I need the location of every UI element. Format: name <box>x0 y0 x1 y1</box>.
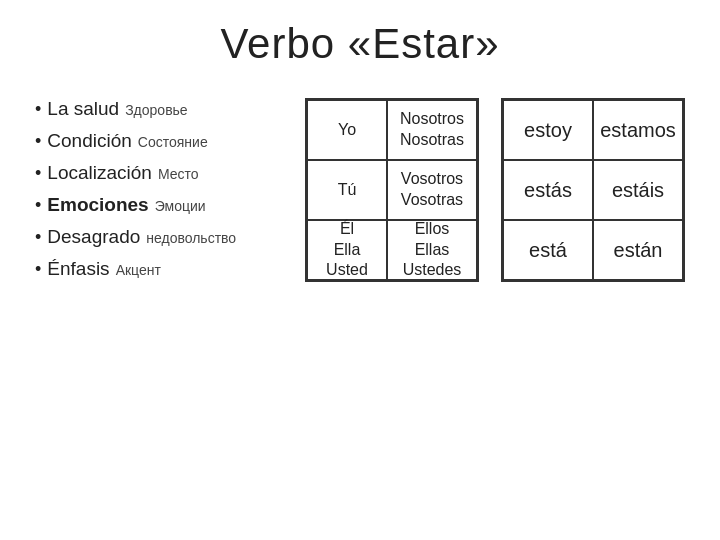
bullet-translation: Место <box>158 166 199 182</box>
bullet-translation: Эмоции <box>155 198 206 214</box>
bullet-translation: Акцент <box>116 262 161 278</box>
grids-wrapper: YoNosotros NosotrasTúVosotros VosotrasÉl… <box>305 98 685 282</box>
conjugation-cell-right: están <box>593 220 683 280</box>
bullet-translation: Здоровье <box>125 102 188 118</box>
content-row: La saludЗдоровьеCondiciónСостояниеLocali… <box>30 98 690 290</box>
list-item: ÉnfasisАкцент <box>35 258 255 280</box>
bullet-word: Énfasis <box>47 258 109 280</box>
bullet-translation: недовольство <box>146 230 236 246</box>
bullet-word: Emociones <box>47 194 148 216</box>
conjugation-cell-right: estamos <box>593 100 683 160</box>
list-item: CondiciónСостояние <box>35 130 255 152</box>
list-item: Desagradoнедовольство <box>35 226 255 248</box>
conjugation-cell-left: estás <box>503 160 593 220</box>
conjugation-cell-left: está <box>503 220 593 280</box>
bullet-word: Localización <box>47 162 152 184</box>
pronoun-cell-right: Vosotros Vosotras <box>387 160 477 220</box>
page-title: Verbo «Estar» <box>220 20 499 68</box>
bullet-word: Desagrado <box>47 226 140 248</box>
list-item: EmocionesЭмоции <box>35 194 255 216</box>
pronoun-cell-left: Yo <box>307 100 387 160</box>
pronoun-cell-right: Nosotros Nosotras <box>387 100 477 160</box>
pronoun-cell-left: Tú <box>307 160 387 220</box>
bullet-list: La saludЗдоровьеCondiciónСостояниеLocali… <box>35 98 255 290</box>
bullet-word: Condición <box>47 130 132 152</box>
bullet-word: La salud <box>47 98 119 120</box>
conjugation-grid: estoyestamosestásestáisestáestán <box>501 98 685 282</box>
list-item: La saludЗдоровье <box>35 98 255 120</box>
bullet-translation: Состояние <box>138 134 208 150</box>
page: Verbo «Estar» La saludЗдоровьеCondiciónС… <box>0 0 720 540</box>
pronoun-cell-right: Ellos Ellas Ustedes <box>387 220 477 280</box>
list-item: LocalizaciónМесто <box>35 162 255 184</box>
conjugation-cell-left: estoy <box>503 100 593 160</box>
pronoun-cell-left: Él Ella Usted <box>307 220 387 280</box>
conjugation-cell-right: estáis <box>593 160 683 220</box>
pronoun-grid: YoNosotros NosotrasTúVosotros VosotrasÉl… <box>305 98 479 282</box>
